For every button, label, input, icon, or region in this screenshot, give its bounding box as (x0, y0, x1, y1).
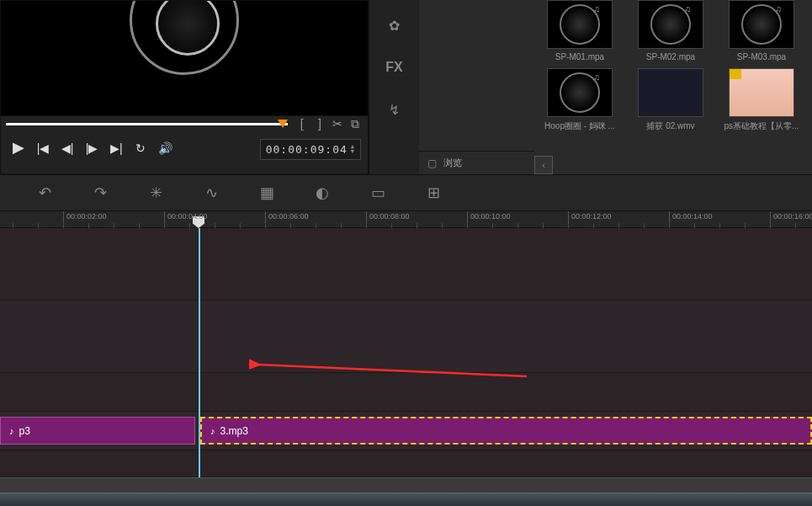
timeline-ruler[interactable]: 00:00:02:0000:00:04:0000:00:06:0000:00:0… (0, 211, 812, 228)
ruler-tick: 00:00:10:00 (467, 211, 511, 228)
scrub-head[interactable] (278, 120, 288, 128)
thumbnail-image (547, 0, 613, 49)
preview-canvas[interactable] (1, 1, 368, 115)
fx-tool-icon[interactable]: FX (383, 56, 406, 79)
go-start-button[interactable]: |◀ (34, 141, 52, 160)
ruler-tick: 00:00:06:00 (265, 211, 309, 228)
scrub-bar: [ ] ✂ ⧉ (1, 115, 368, 132)
split-button[interactable]: ⧉ (348, 117, 363, 132)
ruler-tick: 00:00:14:00 (669, 211, 713, 228)
ruler-tick: 00:00:02:00 (63, 211, 107, 228)
playhead-line (199, 228, 200, 477)
thumbnail-label: Hoop圈圈 - 妈咪 ... (544, 120, 615, 132)
thumbnail-image (638, 68, 703, 117)
library-item[interactable]: Hoop圈圈 - 妈咪 ... (538, 68, 622, 132)
mark-in-button[interactable]: [ (295, 117, 310, 132)
video-track-1[interactable] (0, 228, 812, 301)
thumbnail-label: SP-M01.mpa (555, 52, 604, 61)
thumbnail-image (729, 68, 794, 117)
clip-label: 3.mp3 (220, 425, 248, 437)
motion-path-tool-icon[interactable]: ↯ (383, 98, 406, 121)
library-item[interactable]: 捕获 02.wmv (629, 68, 713, 132)
library-item[interactable]: SP-M03.mpa (719, 0, 804, 61)
undo-button[interactable]: ↶ (34, 182, 56, 204)
library-item[interactable]: ps基础教程【从零... (719, 68, 804, 132)
go-end-button[interactable]: ▶| (107, 141, 125, 160)
library-item[interactable]: SP-M01.mpa (538, 0, 622, 61)
thumbnail-image (638, 0, 703, 49)
thumbnail-image (729, 0, 794, 49)
thumbnail-label: SP-M03.mpa (737, 52, 786, 61)
ruler-tick: 00:00:16:00 (770, 211, 812, 228)
timeline-toolbar: ↶ ↷ ✳ ∿ ▦ ◐ ▭ ⊞ (0, 174, 812, 211)
title-track[interactable] (0, 373, 812, 412)
multiview-icon[interactable]: ⊞ (422, 182, 444, 204)
frame-forward-button[interactable]: |▶ (82, 141, 101, 160)
media-library: SP-M01.mpaSP-M02.mpaSP-M03.mpaHoop圈圈 - 妈… (534, 0, 812, 132)
browse-bar: ▢ 浏览 (419, 151, 534, 174)
title-icon[interactable]: ▭ (367, 182, 389, 204)
thumbnail-label: SP-M02.mpa (646, 52, 695, 61)
audio-artwork (130, 1, 239, 75)
thumbnail-image (547, 68, 613, 117)
clip-label: p3 (19, 425, 30, 437)
browse-icon: ▢ (427, 157, 437, 169)
audio-clip[interactable]: ♪3.mp3 (200, 417, 812, 445)
volume-button[interactable]: 🔊 (156, 141, 174, 160)
transition-tool-icon[interactable]: ✿ (383, 13, 406, 37)
library-item[interactable]: SP-M02.mpa (629, 0, 713, 61)
play-button[interactable]: ▶ (9, 138, 28, 157)
timeline-scrollbar[interactable] (0, 477, 812, 493)
timeline: ♪p3♪3.mp3 (0, 228, 812, 477)
ruler-tick: 00:00:12:00 (568, 211, 612, 228)
library-back-button[interactable]: ‹ (534, 156, 553, 174)
os-taskbar (0, 493, 812, 506)
transport-controls: ▶ |◀ ◀| |▶ ▶| ↻ 🔊 (8, 138, 176, 160)
redo-button[interactable]: ↷ (89, 182, 111, 204)
timecode-down[interactable]: ▼ (351, 149, 355, 154)
mark-out-button[interactable]: ] (312, 117, 327, 132)
ruler-tick: 00:00:08:00 (366, 211, 410, 228)
browse-label[interactable]: 浏览 (443, 157, 462, 169)
video-fx-icon[interactable]: ▦ (256, 182, 278, 204)
note-icon: ♪ (9, 426, 14, 436)
thumbnail-label: 捕获 02.wmv (646, 120, 694, 132)
color-correct-icon[interactable]: ◐ (311, 182, 333, 204)
side-tool-strip: ✿ FX ↯ (369, 0, 419, 174)
frame-back-button[interactable]: ◀| (58, 141, 77, 160)
overlay-track[interactable] (0, 301, 812, 373)
note-icon: ♪ (210, 426, 215, 436)
audio-wave-icon[interactable]: ∿ (200, 182, 222, 204)
thumbnail-label: ps基础教程【从零... (724, 120, 799, 132)
preview-panel: [ ] ✂ ⧉ ▶ |◀ ◀| |▶ ▶| ↻ 🔊 00:00:09:04 ▲ … (0, 0, 369, 174)
voice-track[interactable] (0, 450, 812, 477)
cut-button[interactable]: ✂ (330, 117, 345, 132)
media-reel-icon[interactable]: ✳ (145, 182, 167, 204)
timecode-field[interactable]: 00:00:09:04 ▲ ▼ (260, 139, 361, 160)
timecode-value: 00:00:09:04 (266, 143, 348, 156)
audio-track[interactable]: ♪p3♪3.mp3 (0, 412, 812, 450)
audio-clip[interactable]: ♪p3 (0, 417, 195, 445)
ruler-tick: 00:00:04:00 (164, 211, 208, 228)
loop-button[interactable]: ↻ (131, 141, 150, 160)
scrub-track[interactable] (6, 123, 288, 125)
